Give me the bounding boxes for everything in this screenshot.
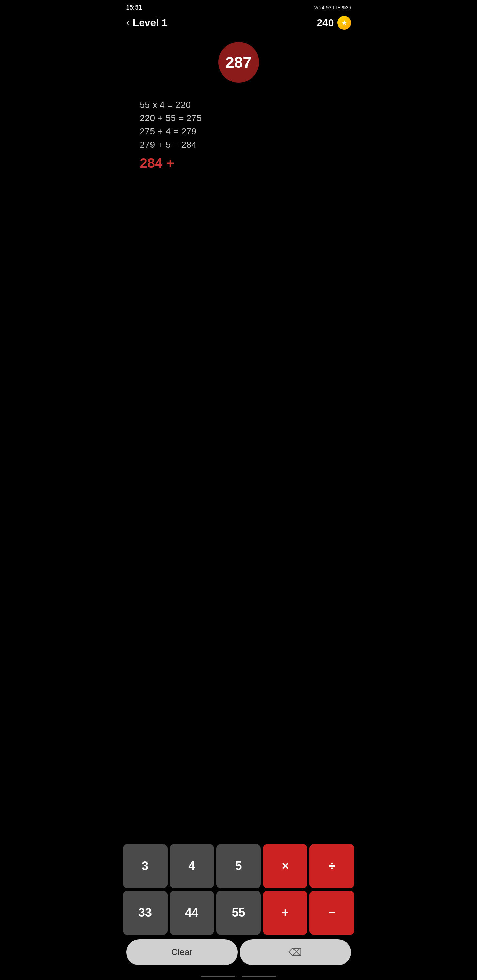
target-container: 287 (120, 35, 358, 86)
target-number: 287 (225, 53, 252, 72)
header-left: ‹ Level 1 (126, 17, 168, 29)
indicator-bar-2 (242, 975, 276, 977)
equation-line-2: 220 + 55 = 275 (140, 113, 337, 124)
equation-line-3: 275 + 4 = 279 (140, 126, 337, 137)
status-bar: 15:51 Vo) 4.5G LTE %39 (120, 0, 358, 13)
key-5[interactable]: 5 (216, 844, 261, 888)
backspace-icon: ⌫ (289, 947, 302, 958)
status-icons: Vo) 4.5G LTE %39 (314, 5, 351, 10)
key-33[interactable]: 33 (123, 891, 168, 935)
status-time: 15:51 (126, 4, 142, 11)
current-expression: 284 + (140, 156, 337, 171)
battery-icon: %39 (342, 5, 351, 10)
key-divide[interactable]: ÷ (309, 844, 354, 888)
key-plus[interactable]: + (263, 891, 308, 935)
key-multiply[interactable]: × (263, 844, 308, 888)
key-44[interactable]: 44 (169, 891, 214, 935)
star-symbol: ★ (341, 19, 347, 27)
keyboard-container: 3 4 5 × ÷ 33 44 55 + − Clear ⌫ (120, 840, 358, 972)
clear-button[interactable]: Clear (126, 939, 238, 966)
coin-icon: ★ (337, 16, 351, 30)
key-3[interactable]: 3 (123, 844, 168, 888)
indicator-bar-1 (201, 975, 235, 977)
bottom-buttons: Clear ⌫ (123, 937, 354, 972)
equation-line-4: 279 + 5 = 284 (140, 140, 337, 150)
equation-line-1: 55 x 4 = 220 (140, 100, 337, 110)
header-right: 240 ★ (317, 16, 351, 30)
header: ‹ Level 1 240 ★ (120, 13, 358, 35)
keyboard-grid: 3 4 5 × ÷ 33 44 55 + − (123, 844, 354, 935)
equation-area: 55 x 4 = 220 220 + 55 = 275 275 + 4 = 27… (120, 86, 358, 840)
level-title: Level 1 (133, 17, 168, 29)
back-button[interactable]: ‹ (126, 18, 129, 28)
home-indicator (120, 972, 358, 980)
target-circle: 287 (218, 42, 259, 83)
key-minus[interactable]: − (309, 891, 354, 935)
network-icon: Vo) 4.5G LTE (314, 5, 341, 10)
backspace-button[interactable]: ⌫ (240, 939, 351, 966)
key-4[interactable]: 4 (169, 844, 214, 888)
key-55[interactable]: 55 (216, 891, 261, 935)
score-display: 240 (317, 17, 333, 29)
